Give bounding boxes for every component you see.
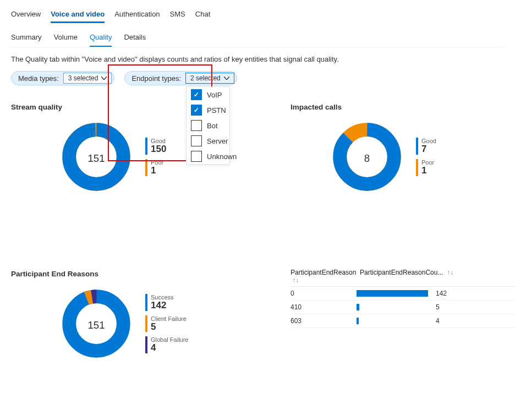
legend-value: 1 (421, 166, 434, 176)
cell-code: 603 (291, 317, 357, 325)
option-pstn[interactable]: PSTN (187, 102, 229, 118)
cell-value: 4 (428, 317, 452, 325)
subtab-details[interactable]: Details (124, 33, 146, 47)
legend-success: Success 142 (145, 294, 195, 311)
subtab-quality[interactable]: Quality (90, 33, 112, 47)
table-row[interactable]: 603 4 (291, 314, 515, 328)
table-header: ParticipantEndReason ↑↓ ParticipantEndRe… (291, 266, 515, 287)
sort-icon: ↑↓ (292, 276, 299, 284)
legend-label: Client Failure (151, 315, 187, 322)
option-bot[interactable]: Bot (187, 118, 229, 133)
svg-text:151: 151 (88, 152, 105, 164)
impacted-calls-card: Impacted calls 8 Good 7 (291, 103, 515, 193)
legend-global-failure: Global Failure 4 (145, 336, 195, 353)
option-server[interactable]: Server (187, 133, 229, 149)
option-label: Bot (207, 122, 218, 130)
media-types-label: Media types: (18, 74, 59, 83)
end-reasons-card: Participant End Reasons 151 Success 142 (11, 270, 258, 359)
legend-good: Good 7 (416, 138, 465, 155)
legend-color-bar (145, 294, 147, 311)
col-header-label: ParticipantEndReasonCou... (360, 269, 443, 276)
col-header-label: ParticipantEndReason (291, 269, 356, 276)
cell-value: 5 (428, 303, 452, 311)
legend-poor: Poor 1 (416, 159, 465, 176)
media-types-selected-text: 3 selected (68, 74, 98, 82)
media-types-select[interactable]: 3 selected (63, 73, 112, 84)
chevron-down-icon (101, 77, 107, 80)
option-label: VoIP (207, 91, 222, 99)
checkbox-icon (191, 89, 202, 100)
end-reasons-title: Participant End Reasons (11, 270, 258, 278)
legend-color-bar (416, 138, 418, 155)
impacted-calls-title: Impacted calls (291, 103, 515, 111)
endpoint-types-filter: Endpoint types: 2 selected VoIP PSTN Bot (124, 71, 237, 85)
legend-value: 1 (151, 166, 163, 176)
sub-tabs: Summary Volume Quality Details (11, 33, 504, 47)
col-header-count[interactable]: ParticipantEndReasonCou... ↑↓ (360, 269, 515, 284)
checkbox-icon (191, 105, 202, 116)
tab-voice-video[interactable]: Voice and video (51, 10, 105, 23)
chevron-down-icon (224, 77, 229, 80)
table-row[interactable]: 410 5 (291, 301, 515, 314)
legend-value: 5 (151, 322, 187, 332)
legend-color-bar (145, 336, 147, 353)
impacted-calls-legend: Good 7 Poor 1 (416, 138, 465, 176)
end-reasons-table-card: ParticipantEndReason ↑↓ ParticipantEndRe… (291, 270, 515, 359)
cell-code: 410 (291, 303, 357, 311)
legend-color-bar (416, 159, 418, 176)
charts-row-1: Stream quality 151 Good 150 (11, 103, 504, 193)
option-label: Server (207, 137, 228, 145)
legend-value: 4 (151, 343, 188, 353)
endpoint-types-selected-text: 2 selected (190, 74, 221, 82)
charts-row-2: Participant End Reasons 151 Success 142 (11, 270, 504, 359)
end-reasons-donut[interactable]: 151 (61, 288, 132, 359)
end-reasons-table: ParticipantEndReason ↑↓ ParticipantEndRe… (291, 266, 515, 328)
main-tabs: Overview Voice and video Authentication … (11, 10, 504, 23)
legend-label: Global Failure (151, 336, 188, 343)
tab-sms[interactable]: SMS (170, 10, 185, 23)
legend-value: 142 (151, 301, 174, 311)
cell-code: 0 (291, 290, 357, 297)
tab-overview[interactable]: Overview (11, 10, 41, 23)
cell-bar (357, 304, 428, 310)
end-reasons-legend: Success 142 Client Failure 5 Global Fail… (145, 294, 195, 353)
checkbox-icon (191, 120, 202, 131)
legend-client-failure: Client Failure 5 (145, 315, 195, 332)
col-header-reason[interactable]: ParticipantEndReason ↑↓ (291, 269, 357, 284)
sort-icon: ↑↓ (447, 269, 453, 276)
checkbox-icon (191, 135, 202, 146)
tab-authentication[interactable]: Authentication (114, 10, 160, 23)
impacted-calls-donut[interactable]: 8 (331, 121, 403, 193)
endpoint-types-dropdown: VoIP PSTN Bot Server Unknown (186, 86, 230, 165)
endpoint-types-label: Endpoint types: (132, 74, 181, 83)
legend-color-bar (145, 159, 147, 176)
cell-bar (357, 290, 428, 297)
option-label: Unknown (207, 152, 237, 161)
legend-value: 150 (151, 144, 166, 155)
endpoint-types-select[interactable]: 2 selected VoIP PSTN Bot Server (185, 73, 234, 84)
filter-row: Media types: 3 selected Endpoint types: … (11, 71, 504, 85)
table-row[interactable]: 0 142 (291, 287, 515, 301)
cell-bar (357, 318, 428, 324)
legend-color-bar (145, 315, 147, 332)
tab-chat[interactable]: Chat (195, 10, 210, 23)
option-voip[interactable]: VoIP (187, 87, 229, 102)
subtab-summary[interactable]: Summary (11, 33, 42, 47)
cell-value: 142 (428, 290, 452, 297)
page-description: The Quality tab within "Voice and video"… (11, 55, 504, 63)
checkbox-icon (191, 151, 202, 162)
legend-value: 7 (421, 144, 436, 155)
svg-text:151: 151 (88, 319, 105, 331)
media-types-filter: Media types: 3 selected (11, 71, 114, 85)
option-label: PSTN (207, 106, 226, 114)
option-unknown[interactable]: Unknown (187, 149, 229, 164)
stream-quality-donut[interactable]: 151 (61, 121, 132, 193)
svg-text:8: 8 (364, 152, 370, 164)
subtab-volume[interactable]: Volume (54, 33, 78, 47)
legend-color-bar (145, 138, 147, 155)
